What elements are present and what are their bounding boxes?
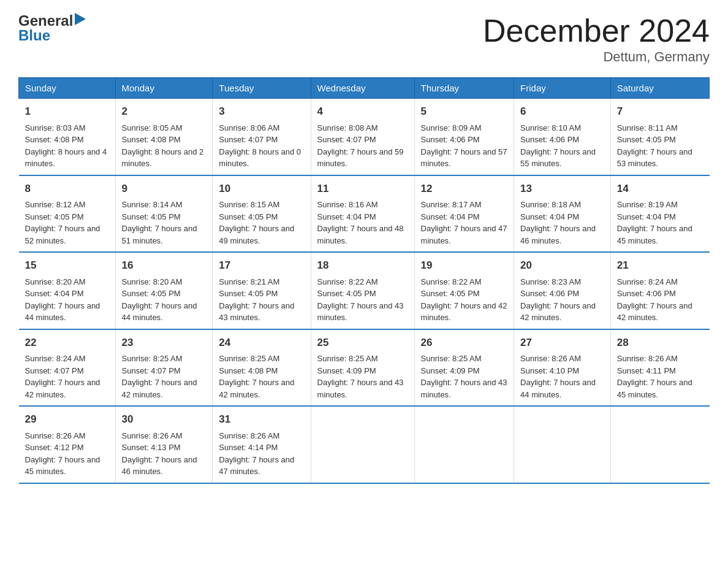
- day-number: 2: [122, 104, 207, 120]
- day-number: 23: [122, 335, 207, 351]
- day-number: 18: [317, 258, 408, 274]
- col-saturday: Saturday: [610, 78, 709, 99]
- day-number: 20: [520, 258, 604, 274]
- day-number: 8: [25, 181, 109, 197]
- calendar-cell: [514, 406, 611, 483]
- day-number: 28: [617, 335, 703, 351]
- col-monday: Monday: [115, 78, 213, 99]
- calendar-cell: 28Sunrise: 8:26 AMSunset: 4:11 PMDayligh…: [610, 329, 709, 407]
- day-number: 19: [421, 258, 507, 274]
- col-sunday: Sunday: [19, 78, 116, 99]
- calendar-cell: 15Sunrise: 8:20 AMSunset: 4:04 PMDayligh…: [19, 252, 116, 329]
- calendar-cell: 4Sunrise: 8:08 AMSunset: 4:07 PMDaylight…: [311, 99, 414, 175]
- calendar-cell: 6Sunrise: 8:10 AMSunset: 4:06 PMDaylight…: [514, 99, 611, 175]
- calendar-cell: 31Sunrise: 8:26 AMSunset: 4:14 PMDayligh…: [213, 406, 311, 483]
- day-number: 25: [317, 335, 408, 351]
- calendar-cell: 2Sunrise: 8:05 AMSunset: 4:08 PMDaylight…: [115, 99, 213, 175]
- calendar-cell: 24Sunrise: 8:25 AMSunset: 4:08 PMDayligh…: [213, 329, 311, 407]
- calendar-cell: 20Sunrise: 8:23 AMSunset: 4:06 PMDayligh…: [514, 252, 611, 329]
- calendar-cell: 25Sunrise: 8:25 AMSunset: 4:09 PMDayligh…: [311, 329, 414, 407]
- calendar-cell: 30Sunrise: 8:26 AMSunset: 4:13 PMDayligh…: [115, 406, 213, 483]
- day-number: 1: [25, 104, 109, 120]
- calendar-cell: 18Sunrise: 8:22 AMSunset: 4:05 PMDayligh…: [311, 252, 414, 329]
- day-number: 9: [122, 181, 207, 197]
- calendar-cell: 3Sunrise: 8:06 AMSunset: 4:07 PMDaylight…: [213, 99, 311, 175]
- day-number: 10: [219, 181, 304, 197]
- col-tuesday: Tuesday: [213, 78, 311, 99]
- calendar-cell: 8Sunrise: 8:12 AMSunset: 4:05 PMDaylight…: [19, 175, 116, 253]
- day-number: 6: [520, 104, 604, 120]
- day-number: 30: [122, 412, 207, 427]
- logo: General Blue: [18, 12, 86, 44]
- calendar-subtitle: Dettum, Germany: [483, 49, 710, 65]
- day-number: 3: [219, 104, 304, 120]
- day-number: 29: [25, 412, 109, 427]
- day-number: 16: [122, 258, 207, 274]
- calendar-cell: [311, 406, 414, 483]
- day-number: 21: [617, 258, 703, 274]
- calendar-cell: 9Sunrise: 8:14 AMSunset: 4:05 PMDaylight…: [115, 175, 213, 253]
- day-number: 13: [520, 181, 604, 197]
- calendar-week-row: 29Sunrise: 8:26 AMSunset: 4:12 PMDayligh…: [19, 406, 710, 483]
- day-number: 15: [25, 258, 109, 274]
- calendar-cell: 19Sunrise: 8:22 AMSunset: 4:05 PMDayligh…: [414, 252, 514, 329]
- day-number: 12: [421, 181, 507, 197]
- calendar-table: Sunday Monday Tuesday Wednesday Thursday…: [18, 77, 710, 484]
- calendar-cell: 16Sunrise: 8:20 AMSunset: 4:05 PMDayligh…: [115, 252, 213, 329]
- logo-arrow-icon: [75, 13, 86, 29]
- calendar-cell: 13Sunrise: 8:18 AMSunset: 4:04 PMDayligh…: [514, 175, 611, 253]
- calendar-week-row: 1Sunrise: 8:03 AMSunset: 4:08 PMDaylight…: [19, 99, 710, 175]
- col-thursday: Thursday: [414, 78, 514, 99]
- calendar-cell: [414, 406, 514, 483]
- calendar-cell: 1Sunrise: 8:03 AMSunset: 4:08 PMDaylight…: [19, 99, 116, 175]
- calendar-cell: 27Sunrise: 8:26 AMSunset: 4:10 PMDayligh…: [514, 329, 611, 407]
- day-number: 14: [617, 181, 703, 197]
- calendar-week-row: 8Sunrise: 8:12 AMSunset: 4:05 PMDaylight…: [19, 175, 710, 253]
- day-number: 4: [317, 104, 408, 120]
- calendar-cell: 14Sunrise: 8:19 AMSunset: 4:04 PMDayligh…: [610, 175, 709, 253]
- calendar-cell: 23Sunrise: 8:25 AMSunset: 4:07 PMDayligh…: [115, 329, 213, 407]
- day-number: 31: [219, 412, 304, 427]
- calendar-cell: 12Sunrise: 8:17 AMSunset: 4:04 PMDayligh…: [414, 175, 514, 253]
- page-header: General Blue December 2024 Dettum, Germa…: [18, 12, 710, 65]
- calendar-cell: 5Sunrise: 8:09 AMSunset: 4:06 PMDaylight…: [414, 99, 514, 175]
- calendar-cell: 10Sunrise: 8:15 AMSunset: 4:05 PMDayligh…: [213, 175, 311, 253]
- day-number: 26: [421, 335, 507, 351]
- calendar-cell: 17Sunrise: 8:21 AMSunset: 4:05 PMDayligh…: [213, 252, 311, 329]
- header-row: Sunday Monday Tuesday Wednesday Thursday…: [19, 78, 710, 99]
- svg-marker-0: [75, 13, 86, 25]
- day-number: 17: [219, 258, 304, 274]
- calendar-cell: 22Sunrise: 8:24 AMSunset: 4:07 PMDayligh…: [19, 329, 116, 407]
- day-number: 27: [520, 335, 604, 351]
- col-wednesday: Wednesday: [311, 78, 414, 99]
- col-friday: Friday: [514, 78, 611, 99]
- day-number: 22: [25, 335, 109, 351]
- calendar-week-row: 15Sunrise: 8:20 AMSunset: 4:04 PMDayligh…: [19, 252, 710, 329]
- calendar-cell: 7Sunrise: 8:11 AMSunset: 4:05 PMDaylight…: [610, 99, 709, 175]
- day-number: 11: [317, 181, 408, 197]
- title-block: December 2024 Dettum, Germany: [483, 12, 710, 65]
- logo-blue-text: Blue: [18, 27, 50, 44]
- calendar-cell: 26Sunrise: 8:25 AMSunset: 4:09 PMDayligh…: [414, 329, 514, 407]
- calendar-week-row: 22Sunrise: 8:24 AMSunset: 4:07 PMDayligh…: [19, 329, 710, 407]
- day-number: 5: [421, 104, 507, 120]
- calendar-cell: 21Sunrise: 8:24 AMSunset: 4:06 PMDayligh…: [610, 252, 709, 329]
- calendar-title: December 2024: [483, 12, 710, 49]
- day-number: 7: [617, 104, 703, 120]
- calendar-cell: [610, 406, 709, 483]
- calendar-cell: 11Sunrise: 8:16 AMSunset: 4:04 PMDayligh…: [311, 175, 414, 253]
- calendar-cell: 29Sunrise: 8:26 AMSunset: 4:12 PMDayligh…: [19, 406, 116, 483]
- day-number: 24: [219, 335, 304, 351]
